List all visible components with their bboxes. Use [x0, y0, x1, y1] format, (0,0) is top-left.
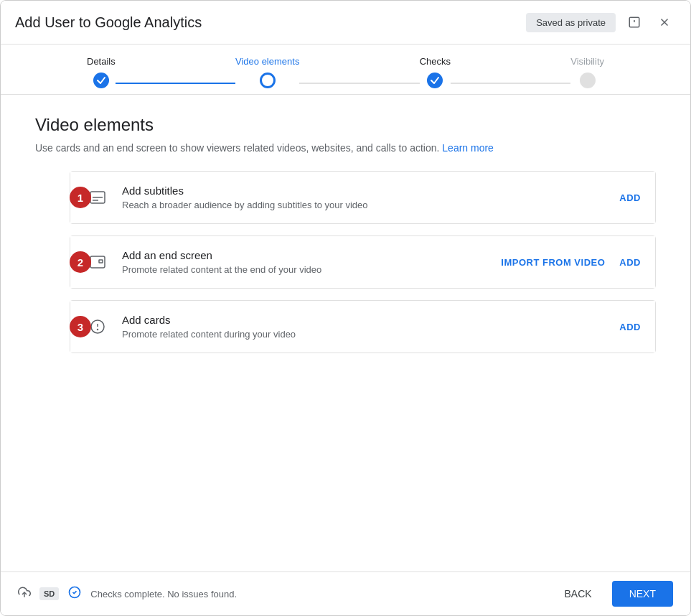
cards-actions: ADD [619, 322, 641, 332]
step-checks: Checks [420, 56, 451, 88]
step-number-2: 2 [70, 251, 91, 273]
back-button[interactable]: BACK [553, 582, 603, 605]
connector-1 [116, 83, 235, 84]
close-icon [658, 16, 671, 29]
saved-badge: Saved as private [526, 13, 616, 32]
footer: SD Checks complete. No issues found. BAC… [1, 571, 690, 615]
end-screen-text: Add an end screen Promote related conten… [122, 249, 489, 275]
step-checks-label: Checks [420, 56, 451, 67]
step-details-label: Details [87, 56, 116, 67]
end-screen-add-button[interactable]: ADD [619, 257, 641, 268]
section-title: Video elements [35, 115, 656, 135]
step-visibility-label: Visibility [570, 56, 604, 67]
footer-right: BACK NEXT [553, 581, 673, 607]
cards-add-button[interactable]: ADD [619, 322, 641, 332]
upload-icon [18, 586, 31, 602]
connector-2 [299, 83, 419, 84]
step-visibility-circle [580, 73, 596, 88]
step-visibility: Visibility [570, 56, 604, 88]
end-screen-actions: IMPORT FROM VIDEO ADD [501, 257, 641, 268]
video-elements-list: 1 Add subtitles Reach a broader audience… [35, 171, 656, 353]
step-video-elements-circle [260, 73, 276, 88]
import-from-video-button[interactable]: IMPORT FROM VIDEO [501, 257, 605, 268]
step-number-3: 3 [70, 316, 91, 337]
header: Add User to Google Analytics Saved as pr… [1, 1, 690, 45]
subtitles-section: 1 Add subtitles Reach a broader audience… [70, 171, 656, 224]
footer-left: SD Checks complete. No issues found. [18, 585, 237, 602]
step-video-elements-label: Video elements [235, 56, 299, 67]
end-screen-section: 2 Add an end screen Promote related cont… [70, 235, 656, 289]
step-details-circle [93, 73, 109, 88]
header-actions: Saved as private [526, 11, 676, 34]
cards-title: Add cards [122, 314, 608, 326]
end-screen-subtitle: Promote related content at the end of yo… [122, 264, 489, 275]
cards-text: Add cards Promote related content during… [122, 314, 608, 340]
cards-row: Add cards Promote related content during… [70, 301, 655, 353]
cards-card: Add cards Promote related content during… [70, 300, 656, 353]
step-number-1: 1 [70, 187, 91, 208]
end-screen-title: Add an end screen [122, 249, 489, 261]
hd-badge: SD [39, 587, 59, 600]
svg-rect-9 [99, 260, 103, 263]
check-icon [67, 585, 82, 602]
cards-subtitle: Promote related content during your vide… [122, 329, 608, 340]
subtitles-text: Add subtitles Reach a broader audience b… [122, 185, 608, 210]
close-button[interactable] [653, 11, 676, 34]
stepper: Details Video elements Checks Visibility [1, 45, 690, 95]
next-button[interactable]: NEXT [612, 581, 673, 607]
stepper-row: Details Video elements Checks Visibility [58, 56, 633, 88]
step-details: Details [87, 56, 116, 88]
learn-more-link[interactable]: Learn more [442, 142, 494, 154]
alert-button[interactable] [623, 11, 646, 34]
subtitles-actions: ADD [619, 192, 641, 203]
section-description: Use cards and an end screen to show view… [35, 142, 656, 154]
subtitles-card: Add subtitles Reach a broader audience b… [70, 171, 656, 224]
footer-status: Checks complete. No issues found. [90, 589, 237, 599]
alert-icon [628, 16, 641, 29]
subtitles-add-button[interactable]: ADD [619, 192, 641, 203]
cards-section: 3 Add cards Promote related content duri… [70, 300, 656, 353]
end-screen-row: Add an end screen Promote related conten… [70, 236, 655, 288]
subtitles-title: Add subtitles [122, 185, 608, 197]
page-title: Add User to Google Analytics [15, 14, 202, 31]
svg-point-12 [98, 330, 98, 330]
main-content: Video elements Use cards and an end scre… [1, 95, 690, 571]
step-checks-circle [427, 73, 443, 88]
step-video-elements: Video elements [235, 56, 299, 88]
subtitles-subtitle: Reach a broader audience by adding subti… [122, 200, 608, 210]
subtitles-row: Add subtitles Reach a broader audience b… [70, 172, 655, 223]
end-screen-card: Add an end screen Promote related conten… [70, 235, 656, 289]
connector-3 [451, 83, 570, 84]
